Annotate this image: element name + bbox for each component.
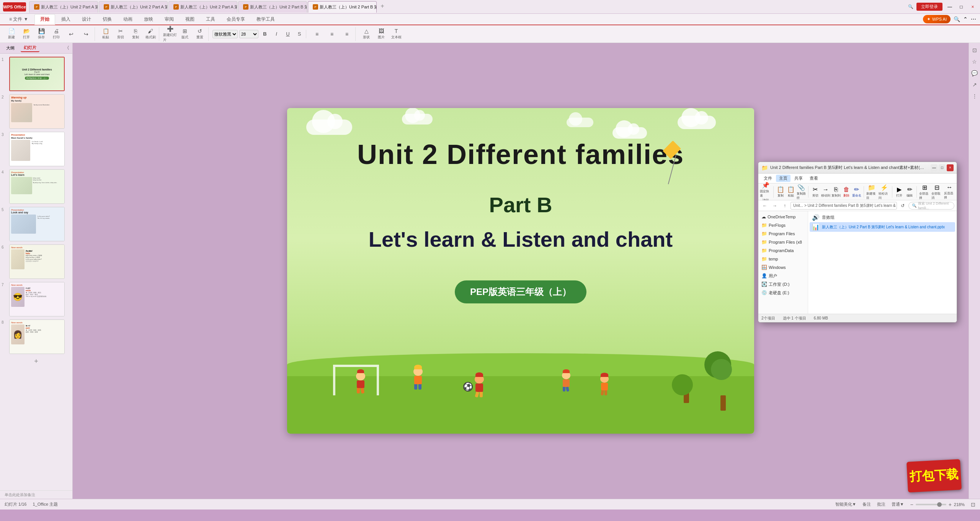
insert-image-btn[interactable]: 🖼图片 [374,27,388,41]
fe-nav-users[interactable]: 👤 用户 [758,272,808,280]
save-btn[interactable]: 💾保存 [34,27,48,41]
rp-share-btn[interactable]: ↗ [970,80,979,89]
zoom-slider[interactable] [916,504,946,505]
tab-2[interactable]: P 新人教三（上）Unit 2 Part A 第2课 × [99,1,168,13]
fe-address-input[interactable]: Unit... > Unit 2 Different families Part… [791,202,897,210]
view-btn[interactable]: 普通▼ [892,501,904,507]
fe-nav-workdisk[interactable]: 💽 工作室 (D:) [758,280,808,288]
fe-nav-programfilesx86[interactable]: 📁 Program Files (x8 [758,238,808,246]
rp-star-btn[interactable]: ☆ [970,57,979,66]
download-stamp-btn[interactable]: 打包下载 [906,459,962,492]
tab-5[interactable]: P 新人教三（上）Unit 2 Part B 第5课 × [308,1,377,13]
fe-copyto-btn[interactable]: ⎘ 复制到 [831,185,841,199]
new-tab-btn[interactable]: + [377,1,387,11]
fe-menu-file[interactable]: 文件 [761,175,775,182]
slide-item-6[interactable]: 6 New words /beɪbi/ baby 拓展 baby sister=… [2,244,71,279]
slide-item-8[interactable]: 8 New words 👩 /ɑːnt/ aunt ★《父亲》姑姑；姑母; 姑母… [2,319,71,354]
insert-shape-btn[interactable]: △形状 [359,27,373,41]
tab-1[interactable]: P 新人教三（上）Unit 2 Part A 第1课 × [29,1,98,13]
zoom-out-btn[interactable]: − [910,501,913,508]
rp-fit-btn[interactable]: ⊡ [970,46,979,54]
ribbon-tab-tools[interactable]: 工具 [201,14,220,25]
format-painter-btn[interactable]: 🖌格式刷 [144,27,157,41]
print-btn[interactable]: 🖨打印 [49,27,63,41]
fe-delete-btn[interactable]: 🗑 删除 [842,185,851,199]
slide-item-5[interactable]: 5 Presentation Look and say Is this your… [2,207,71,241]
expand-icon[interactable]: ⌃ [963,16,968,22]
align-right-btn[interactable]: ≡ [340,27,354,41]
fe-nav-programdata[interactable]: 📁 ProgramData [758,246,808,255]
ribbon-tab-design[interactable]: 设计 [77,14,96,25]
fe-menu-home[interactable]: 主页 [776,175,791,182]
fe-move-btn[interactable]: → 移动到 [821,185,830,199]
slide-item-1[interactable]: 1 Unit 2 Different families Part B Let's… [2,57,71,91]
ribbon-tab-member[interactable]: 会员专享 [221,14,250,25]
login-btn[interactable]: 立即登录 [916,3,942,11]
fe-refresh-btn[interactable]: ↺ [898,202,907,210]
tab-3[interactable]: P 新人教三（上）Unit 2 Part A 第3课 × [168,1,237,13]
fe-newitem-btn[interactable]: 📁 新建项目 [866,185,877,199]
fe-nav-windows[interactable]: 🪟 Windows [758,263,808,272]
ribbon-tab-review[interactable]: 审阅 [159,14,179,25]
fe-minimize-btn[interactable]: — [931,164,938,171]
copy-btn[interactable]: ⎘复制 [129,27,142,41]
fe-forward-btn[interactable]: → [771,202,779,210]
minimize-btn[interactable]: — [946,3,954,11]
fe-file-audio[interactable]: 🔊 音效组 [810,213,955,222]
ribbon-tab-insert[interactable]: 插入 [56,14,76,25]
ai-enhance-btn[interactable]: 智能美化▼ [835,501,856,507]
fe-edit-btn[interactable]: ✏ 编辑 [905,185,914,199]
fe-nav-perflogs[interactable]: 📁 PerFlogs [758,221,808,229]
fe-nav-onedrive[interactable]: ☁ OneDriveTemp [758,213,808,221]
search-icon-top[interactable]: 🔍 [908,4,913,9]
slide-item-2[interactable]: 2 Warming up My family family scene illu… [2,94,71,129]
new-slide-btn[interactable]: ➕新建幻灯片 [163,27,177,41]
fe-close-btn[interactable]: × [947,164,954,171]
insert-text-btn[interactable]: T文本框 [389,27,403,41]
fe-file-pptx[interactable]: 📊 新人教三（上）Unit 2 Part B 第5课时 Let's learn … [810,222,955,232]
fe-up-btn[interactable]: ↑ [781,202,789,210]
wps-ai-btn[interactable]: ✦ WPS AI [923,15,951,23]
more-icon[interactable]: ⋯ [971,16,976,22]
fe-easyadd-btn[interactable]: ⚡ 轻松访问 [879,185,890,199]
cut-btn[interactable]: ✂剪切 [114,27,127,41]
fe-open-btn[interactable]: ▶ 打开 [895,185,904,199]
fe-copypath-btn[interactable]: 📎 复制路径 [797,185,806,199]
fe-back-btn[interactable]: ← [761,202,769,210]
fe-copy-btn[interactable]: 📋 复制 [776,185,785,199]
layout-btn[interactable]: ⊞版式 [178,27,192,41]
ribbon-tab-view[interactable]: 视图 [180,14,200,25]
new-btn[interactable]: 📄新建 [5,27,18,41]
slide-item-3[interactable]: 3 Presentation Meet Sarah's family I'm S… [2,132,71,166]
fe-invertsel-btn[interactable]: ↔ 反选选择 [944,185,955,199]
maximize-btn[interactable]: □ [957,3,965,11]
font-size-select[interactable]: 28 [239,30,258,38]
fe-paste-btn[interactable]: 📋 粘贴 [786,185,795,199]
fe-selectnone-btn[interactable]: ⊟ 全部取消 [931,185,942,199]
open-btn[interactable]: 📂打开 [20,27,33,41]
fe-nav-temp[interactable]: 📁 temp [758,255,808,263]
bold-btn[interactable]: B [260,30,270,38]
fe-maximize-btn[interactable]: □ [939,164,946,171]
fe-nav-programfiles[interactable]: 📁 Program Files [758,229,808,238]
fe-selectall-btn[interactable]: ⊞ 全部选择 [919,185,930,199]
rp-comment-btn[interactable]: 💬 [970,69,979,77]
ribbon-tab-switch[interactable]: 切换 [97,14,117,25]
undo-btn[interactable]: ↩ [64,27,78,41]
ribbon-tab-teaching[interactable]: 教学工具 [251,14,280,25]
tab-4[interactable]: P 新人教三（上）Unit 2 Part B 第4课 × [238,1,307,13]
italic-btn[interactable]: I [271,30,281,38]
comments-btn[interactable]: 批注 [877,501,885,507]
ribbon-tab-file[interactable]: ≡ 文件 ▼ [4,14,34,25]
fe-rename-btn[interactable]: ✏ 重命名 [852,185,861,199]
sidebar-collapse-btn[interactable]: 〈 [65,45,69,51]
search-icon-ribbon[interactable]: 🔍 [954,16,960,22]
reset-btn[interactable]: ↺重置 [193,27,207,41]
ribbon-tab-start[interactable]: 开始 [34,14,55,25]
fe-menu-share[interactable]: 共享 [791,175,806,182]
ribbon-tab-show[interactable]: 放映 [139,14,158,25]
slide-view-btn[interactable]: 幻灯片 [21,44,39,52]
slide-item-4[interactable]: 4 Presentation Let's learn baby sister b… [2,169,71,204]
shadow-btn[interactable]: S [294,30,304,38]
fe-cut-btn[interactable]: ✂ 剪切 [811,185,820,199]
